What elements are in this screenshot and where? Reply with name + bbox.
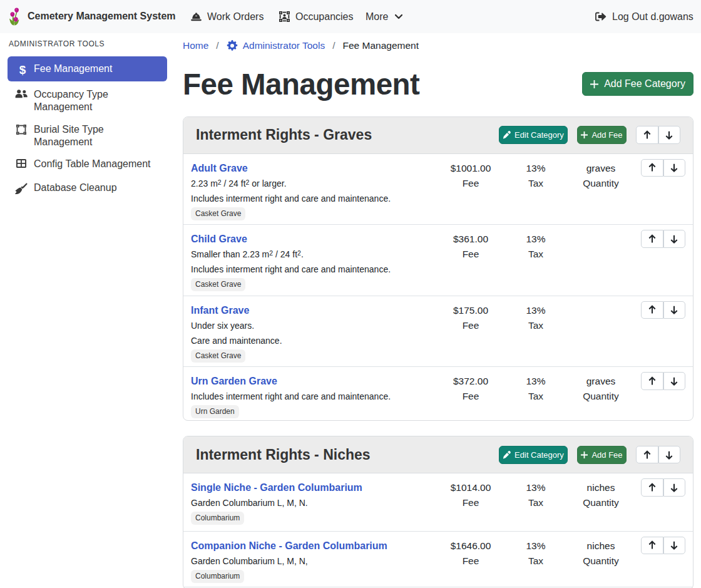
svg-text:$: $: [19, 64, 26, 76]
